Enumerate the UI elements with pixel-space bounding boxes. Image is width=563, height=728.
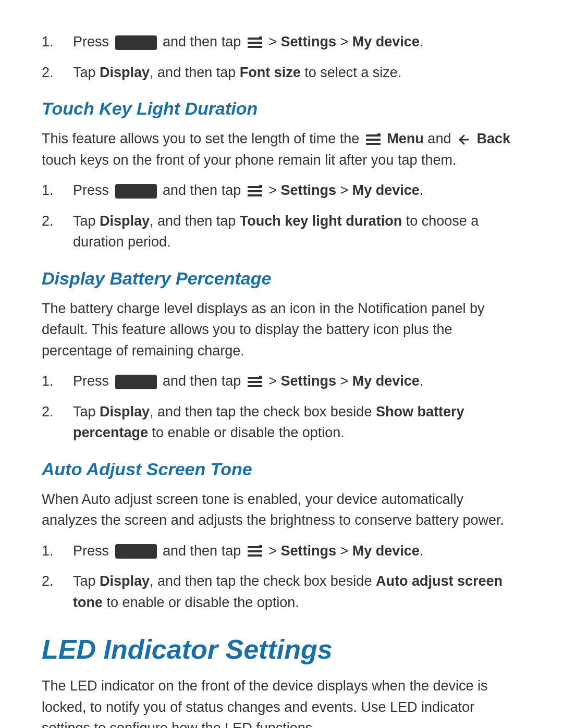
- step-text: Press and then tap > Settings > My devic…: [73, 371, 521, 392]
- step-num: 1.: [42, 540, 73, 562]
- svg-rect-7: [377, 133, 381, 137]
- menu-icon: [247, 184, 263, 199]
- menu-label: Menu: [387, 131, 424, 146]
- battery-heading: Display Battery Percentage: [42, 268, 521, 289]
- button-placeholder: [115, 184, 157, 199]
- step-text: Press and then tap > Settings > My devic…: [73, 31, 521, 53]
- settings-text: Settings: [280, 543, 336, 559]
- svg-rect-10: [248, 194, 262, 196]
- touch-key-body: This feature allows you to set the lengt…: [42, 128, 521, 170]
- touchlight-label: Touch key light duration: [240, 213, 402, 229]
- led-body: The LED indicator on the front of the de…: [42, 675, 521, 728]
- back-icon: [457, 132, 471, 147]
- step-num: 2.: [42, 401, 73, 423]
- battery-steps: 1. Press and then tap > Settings > My de…: [42, 371, 521, 443]
- svg-rect-14: [248, 385, 262, 387]
- svg-rect-2: [248, 46, 262, 48]
- auto-adjust-heading: Auto Adjust Screen Tone: [42, 459, 521, 479]
- svg-rect-3: [259, 36, 262, 40]
- step-text: Tap Display, and then tap Font size to s…: [73, 62, 521, 83]
- svg-rect-11: [259, 185, 262, 188]
- menu-icon: [247, 544, 263, 559]
- touch-key-step-2: 2. Tap Display, and then tap Touch key l…: [42, 211, 521, 253]
- step-num: 1.: [42, 371, 73, 392]
- battery-body: The battery charge level displays as an …: [42, 298, 521, 362]
- svg-rect-19: [259, 545, 262, 548]
- fontsize-label: Font size: [240, 65, 301, 80]
- step-num: 2.: [42, 62, 73, 83]
- button-placeholder: [115, 375, 157, 389]
- mydevice-text: My device: [352, 373, 420, 389]
- back-label: Back: [476, 131, 510, 146]
- svg-rect-5: [366, 139, 381, 141]
- touch-key-steps: 1. Press and then tap > Settings > My de…: [42, 180, 521, 253]
- intro-step-1: 1. Press and then tap > Settings > My de…: [42, 31, 521, 53]
- touch-key-step-1: 1. Press and then tap > Settings > My de…: [42, 180, 521, 201]
- page-container: 1. Press and then tap > Settings > My de…: [0, 0, 563, 728]
- display-label: Display: [100, 65, 150, 80]
- menu-icon: [247, 35, 263, 50]
- button-placeholder: [115, 544, 157, 559]
- step-text: Tap Display, and then tap Touch key ligh…: [73, 211, 521, 253]
- display-label: Display: [100, 573, 150, 589]
- auto-adjust-steps: 1. Press and then tap > Settings > My de…: [42, 540, 521, 613]
- battery-step-1: 1. Press and then tap > Settings > My de…: [42, 371, 521, 392]
- mydevice-text: My device: [352, 34, 420, 50]
- display-label: Display: [100, 404, 150, 419]
- auto-adjust-body: When Auto adjust screen tone is enabled,…: [42, 489, 521, 531]
- step-num: 2.: [42, 211, 73, 232]
- menu-icon-inline: [365, 132, 382, 147]
- settings-text: Settings: [280, 34, 336, 50]
- mydevice-text: My device: [352, 182, 420, 198]
- step-text: Tap Display, and then tap the check box …: [73, 571, 521, 613]
- display-label: Display: [100, 213, 150, 229]
- svg-rect-13: [248, 381, 262, 383]
- auto-adjust-step-1: 1. Press and then tap > Settings > My de…: [42, 540, 521, 562]
- led-heading: LED Indicator Settings: [42, 634, 521, 665]
- step-text: Press and then tap > Settings > My devic…: [73, 180, 521, 201]
- intro-steps: 1. Press and then tap > Settings > My de…: [42, 31, 521, 83]
- step-num: 1.: [42, 31, 73, 53]
- step-text: Tap Display, and then tap the check box …: [73, 401, 521, 443]
- touch-key-heading: Touch Key Light Duration: [42, 98, 521, 119]
- menu-icon: [247, 375, 263, 389]
- svg-rect-15: [259, 376, 262, 379]
- settings-text: Settings: [280, 373, 336, 389]
- svg-rect-9: [248, 190, 262, 192]
- step-text: Press and then tap > Settings > My devic…: [73, 540, 521, 562]
- mydevice-text: My device: [352, 543, 420, 559]
- svg-rect-18: [248, 554, 262, 557]
- step-num: 2.: [42, 571, 73, 592]
- auto-adjust-step-2: 2. Tap Display, and then tap the check b…: [42, 571, 521, 613]
- button-placeholder: [115, 35, 157, 50]
- intro-step-2: 2. Tap Display, and then tap Font size t…: [42, 62, 521, 83]
- step-num: 1.: [42, 180, 73, 201]
- svg-rect-6: [366, 143, 381, 145]
- battery-step-2: 2. Tap Display, and then tap the check b…: [42, 401, 521, 443]
- svg-rect-17: [248, 550, 262, 552]
- settings-text: Settings: [280, 182, 336, 198]
- svg-rect-1: [248, 42, 262, 44]
